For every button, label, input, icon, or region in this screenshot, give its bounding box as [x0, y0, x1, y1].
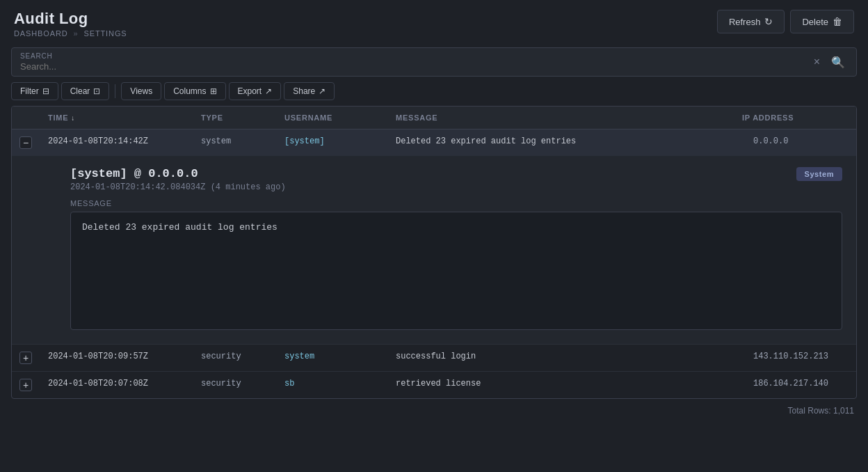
refresh-label: Refresh: [729, 17, 761, 27]
export-label: Export: [238, 86, 262, 96]
collapse-button-1[interactable]: −: [19, 136, 32, 149]
expand-cell-3[interactable]: +: [12, 372, 40, 398]
row-3-type: security: [193, 372, 276, 398]
table-header: TIME ↓ TYPE USERNAME MESSAGE IP ADDRESS: [12, 107, 856, 129]
detail-timestamp: 2024-01-08T20:14:42.084034Z (4 minutes a…: [70, 182, 286, 192]
detail-panel: [system] @ 0.0.0.0 2024-01-08T20:14:42.0…: [12, 156, 856, 344]
toolbar-separator: [115, 84, 115, 98]
columns-label: Columns: [173, 86, 206, 96]
search-icons: × 🔍: [811, 54, 848, 70]
detail-header: [system] @ 0.0.0.0 2024-01-08T20:14:42.0…: [70, 167, 842, 192]
views-button[interactable]: Views: [121, 82, 161, 100]
row-3-ip: 186.104.217.140: [745, 372, 856, 398]
audit-log-table: TIME ↓ TYPE USERNAME MESSAGE IP ADDRESS …: [11, 106, 857, 399]
row-3-main: + 2024-01-08T20:07:08Z security sb retri…: [12, 372, 856, 398]
row-2-username: system: [276, 345, 387, 371]
expand-cell-1[interactable]: −: [12, 129, 40, 156]
expand-cell-2[interactable]: +: [12, 345, 40, 371]
search-submit-button[interactable]: 🔍: [828, 54, 848, 70]
table-rows: − 2024-01-08T20:14:42Z system [system] D…: [12, 129, 856, 398]
th-expand: [12, 107, 40, 129]
clear-label: Clear: [70, 86, 90, 96]
header-left: Audit Log DASHBOARD » SETTINGS: [14, 10, 127, 38]
delete-button[interactable]: Delete 🗑: [790, 10, 854, 33]
th-type[interactable]: TYPE: [193, 107, 276, 129]
detail-message-box: Deleted 23 expired audit log entries: [70, 212, 842, 330]
row-1-type: system: [193, 129, 276, 156]
columns-button[interactable]: Columns ⊞: [164, 82, 225, 100]
search-label: Search: [20, 52, 811, 60]
detail-badge: System: [796, 167, 842, 181]
detail-title: [system] @ 0.0.0.0: [70, 167, 286, 180]
row-1-main: − 2024-01-08T20:14:42Z system [system] D…: [12, 129, 856, 156]
breadcrumb-dashboard[interactable]: DASHBOARD: [14, 29, 68, 38]
row-1-ip: 0.0.0.0: [745, 129, 856, 156]
row-2-type: security: [193, 345, 276, 371]
refresh-icon: ↻: [764, 16, 773, 27]
th-message[interactable]: MESSAGE: [387, 107, 734, 129]
total-rows-count: 1,011: [833, 406, 854, 416]
delete-icon: 🗑: [833, 16, 842, 27]
breadcrumb-settings[interactable]: SETTINGS: [83, 29, 127, 38]
table-row: + 2024-01-08T20:07:08Z security sb retri…: [12, 372, 856, 398]
refresh-button[interactable]: Refresh ↻: [717, 10, 785, 33]
filter-button[interactable]: Filter ⊟: [11, 82, 58, 100]
table-row: + 2024-01-08T20:09:57Z security system s…: [12, 345, 856, 372]
row-3-username: sb: [276, 372, 387, 398]
expand-button-3[interactable]: +: [19, 379, 32, 391]
table-footer: Total Rows: 1,011: [0, 399, 868, 423]
share-icon: ↗: [319, 86, 326, 96]
row-2-time: 2024-01-08T20:09:57Z: [40, 345, 193, 371]
row-2-message: successful login: [387, 345, 745, 371]
total-rows-label: Total Rows:: [788, 406, 831, 416]
views-label: Views: [130, 86, 152, 96]
page-header: Audit Log DASHBOARD » SETTINGS Refresh ↻…: [0, 0, 868, 43]
row-3-time: 2024-01-08T20:07:08Z: [40, 372, 193, 398]
search-clear-button[interactable]: ×: [811, 54, 823, 70]
clear-button[interactable]: Clear ⊡: [61, 82, 110, 100]
time-sort-icon: ↓: [71, 114, 75, 122]
filter-label: Filter: [20, 86, 39, 96]
delete-label: Delete: [802, 17, 828, 27]
th-username[interactable]: USERNAME: [276, 107, 387, 129]
export-button[interactable]: Export ↗: [229, 82, 282, 100]
breadcrumb-separator: »: [74, 29, 79, 38]
share-label: Share: [293, 86, 315, 96]
columns-icon: ⊞: [210, 86, 217, 96]
toolbar: Filter ⊟ Clear ⊡ Views Columns ⊞ Export …: [0, 77, 868, 106]
search-input[interactable]: [20, 61, 811, 72]
row-1-message: Deleted 23 expired audit log entries: [387, 129, 745, 156]
header-actions: Refresh ↻ Delete 🗑: [717, 10, 854, 33]
detail-message-label: Message: [70, 199, 842, 207]
detail-info: [system] @ 0.0.0.0 2024-01-08T20:14:42.0…: [70, 167, 286, 192]
share-button[interactable]: Share ↗: [284, 82, 335, 100]
expand-button-2[interactable]: +: [19, 352, 32, 364]
table-row: − 2024-01-08T20:14:42Z system [system] D…: [12, 129, 856, 345]
clear-icon: ⊡: [93, 86, 100, 96]
row-1-username: [system]: [276, 129, 387, 156]
filter-icon: ⊟: [42, 86, 49, 96]
page-title: Audit Log: [14, 10, 127, 28]
row-1-time: 2024-01-08T20:14:42Z: [40, 129, 193, 156]
th-ip[interactable]: IP ADDRESS: [734, 107, 845, 129]
row-2-ip: 143.110.152.213: [745, 345, 856, 371]
row-2-main: + 2024-01-08T20:09:57Z security system s…: [12, 345, 856, 371]
row-3-message: retrieved license: [387, 372, 745, 398]
search-bar: Search × 🔍: [11, 47, 857, 77]
search-field-group: Search: [20, 52, 811, 72]
breadcrumb: DASHBOARD » SETTINGS: [14, 29, 127, 38]
export-icon: ↗: [265, 86, 272, 96]
th-time[interactable]: TIME ↓: [40, 107, 193, 129]
